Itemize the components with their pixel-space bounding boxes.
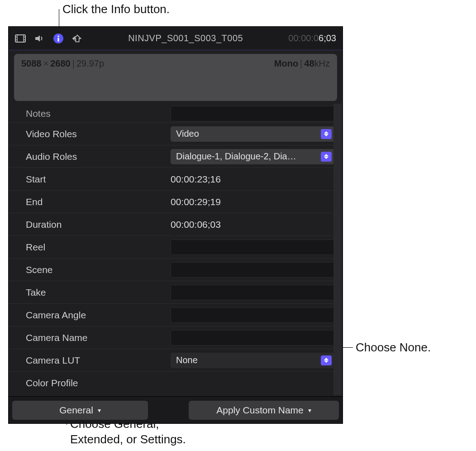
row-scene: Scene xyxy=(9,259,343,281)
chevron-updown-icon xyxy=(321,152,332,162)
video-roles-dropdown[interactable]: Video xyxy=(171,126,334,142)
end-value[interactable]: 00:00:29;19 xyxy=(171,197,334,207)
row-camera-angle: Camera Angle xyxy=(9,304,343,326)
audio-roles-label: Audio Roles xyxy=(26,151,171,162)
video-icon[interactable] xyxy=(15,33,26,44)
row-take: Take xyxy=(9,281,343,304)
inspector-panel: NINJVP_S001_S003_T005 00:00:06;03 5088×2… xyxy=(8,26,343,424)
reel-label: Reel xyxy=(26,242,171,253)
callout-text: Extended, or Settings. xyxy=(70,432,186,446)
inspector-toolbar: NINJVP_S001_S003_T005 00:00:06;03 xyxy=(9,27,343,50)
camera-angle-field[interactable] xyxy=(171,307,334,323)
time-bright: 6;03 xyxy=(319,33,336,43)
apply-custom-name-menu[interactable]: Apply Custom Name ▾ xyxy=(189,401,339,420)
chevron-updown-icon xyxy=(321,129,332,139)
row-duration: Duration 00:00:06;03 xyxy=(9,213,343,236)
callout-none: Choose None. xyxy=(356,340,431,355)
take-label: Take xyxy=(26,287,171,298)
video-roles-value: Video xyxy=(176,129,321,139)
camera-lut-label: Camera LUT xyxy=(26,355,171,366)
row-audio-roles: Audio Roles Dialogue-1, Dialogue-2, Dia… xyxy=(9,145,343,168)
take-field[interactable] xyxy=(171,285,334,300)
chevron-down-icon: ▾ xyxy=(98,407,101,414)
row-color-profile: Color Profile xyxy=(9,372,343,394)
audio-roles-dropdown[interactable]: Dialogue-1, Dialogue-2, Dia… xyxy=(171,149,334,164)
clip-summary: 5088×2680|29.97p Mono|48kHz xyxy=(14,54,337,101)
row-reel: Reel xyxy=(9,236,343,259)
notes-label: Notes xyxy=(26,108,171,119)
scene-field[interactable] xyxy=(171,262,334,278)
svg-point-8 xyxy=(57,35,59,37)
info-icon[interactable] xyxy=(53,33,64,44)
audio-roles-value: Dialogue-1, Dialogue-2, Dia… xyxy=(176,151,321,162)
duration-value: 00:00:06;03 xyxy=(171,219,334,230)
scrollbar[interactable] xyxy=(333,104,342,395)
camera-lut-value: None xyxy=(176,355,321,365)
duration-label: Duration xyxy=(26,219,171,230)
metadata-fields: Notes Video Roles Video Audio Roles Dial… xyxy=(9,105,343,396)
scene-label: Scene xyxy=(26,264,171,275)
notes-field[interactable] xyxy=(171,106,334,121)
apply-custom-name-label: Apply Custom Name xyxy=(216,405,304,416)
audio-rate: 48 xyxy=(304,58,314,68)
end-label: End xyxy=(26,197,171,207)
clip-duration-display: 00:00:06;03 xyxy=(288,33,336,43)
metadata-view-label: General xyxy=(59,405,93,416)
clip-title: NINJVP_S001_S003_T005 xyxy=(91,33,280,43)
camera-lut-dropdown[interactable]: None xyxy=(171,353,334,368)
svg-rect-9 xyxy=(57,38,59,42)
row-camera-name: Camera Name xyxy=(9,326,343,349)
framerate: 29.97p xyxy=(76,58,104,68)
chevron-updown-icon xyxy=(321,355,332,365)
summary-audio: Mono|48kHz xyxy=(274,58,330,96)
share-icon[interactable] xyxy=(72,33,83,44)
summary-video: 5088×2680|29.97p xyxy=(21,58,104,96)
callout-info: Click the Info button. xyxy=(62,2,170,17)
res-height: 2680 xyxy=(50,58,71,68)
row-notes: Notes xyxy=(9,105,343,123)
camera-angle-label: Camera Angle xyxy=(26,310,171,321)
start-label: Start xyxy=(26,174,171,185)
row-end: End 00:00:29;19 xyxy=(9,191,343,213)
audio-icon[interactable] xyxy=(34,33,45,44)
audio-rate-unit: kHz xyxy=(314,58,330,68)
row-video-roles: Video Roles Video xyxy=(9,123,343,145)
start-value[interactable]: 00:00:23;16 xyxy=(171,174,334,185)
color-profile-label: Color Profile xyxy=(26,378,171,389)
row-start: Start 00:00:23;16 xyxy=(9,168,343,191)
chevron-down-icon: ▾ xyxy=(308,407,311,414)
audio-channels: Mono xyxy=(274,58,298,68)
camera-name-field[interactable] xyxy=(171,330,334,345)
row-camera-lut: Camera LUT None xyxy=(9,349,343,372)
inspector-footer: General ▾ Apply Custom Name ▾ xyxy=(9,396,343,423)
metadata-view-menu[interactable]: General ▾ xyxy=(12,401,148,420)
reel-field[interactable] xyxy=(171,240,334,255)
camera-name-label: Camera Name xyxy=(26,332,171,343)
res-width: 5088 xyxy=(21,58,42,68)
time-dim: 00:00:0 xyxy=(288,33,319,43)
video-roles-label: Video Roles xyxy=(26,129,171,139)
